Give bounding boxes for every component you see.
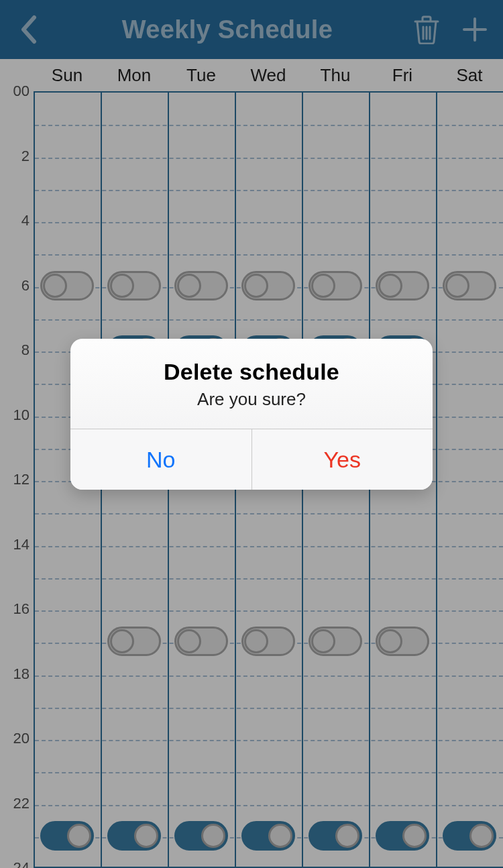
modal-title: Delete schedule — [84, 359, 419, 385]
modal-subtitle: Are you sure? — [84, 389, 419, 410]
modal-no-button[interactable]: No — [70, 429, 252, 490]
delete-confirm-modal: Delete schedule Are you sure? No Yes — [70, 339, 433, 490]
modal-yes-button[interactable]: Yes — [252, 429, 433, 490]
